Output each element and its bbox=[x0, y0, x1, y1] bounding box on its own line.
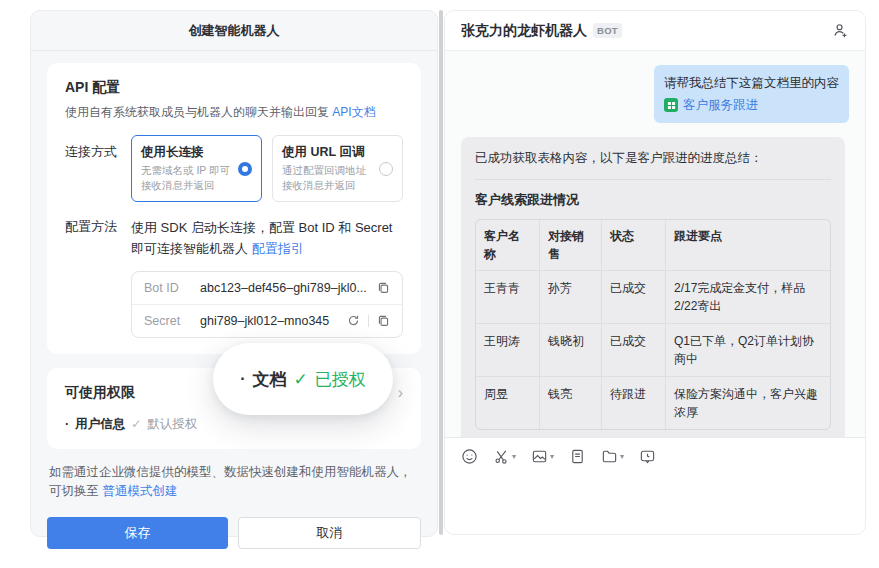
bot-id-label: Bot ID bbox=[144, 281, 200, 295]
image-icon[interactable]: ▾ bbox=[531, 448, 554, 465]
save-button[interactable]: 保存 bbox=[47, 517, 228, 549]
create-bot-title: 创建智能机器人 bbox=[189, 22, 280, 40]
emoji-icon[interactable] bbox=[461, 448, 478, 465]
user-message-bubble: 请帮我总结下这篇文档里的内容 客户服务跟进 bbox=[654, 65, 849, 123]
table-cell: 周昱 bbox=[476, 377, 540, 429]
divider bbox=[368, 315, 369, 327]
bot-id-row: Bot ID abc123–def456–ghi789–jkl0... bbox=[132, 272, 402, 304]
api-config-heading: API 配置 bbox=[65, 79, 403, 97]
connection-options: 使用长连接 无需域名或 IP 即可 接收消息并返回 使用 URL 回调 bbox=[131, 135, 403, 202]
table-title: 客户线索跟进情况 bbox=[475, 191, 831, 209]
permission-status: 默认授权 bbox=[147, 416, 197, 433]
table-row: 王明涛钱晓初已成交Q1已下单，Q2订单计划协商中 bbox=[476, 324, 830, 377]
api-config-card: API 配置 使用自有系统获取成员与机器人的聊天并输出回复 API文档 连接方式… bbox=[47, 63, 421, 354]
config-method-label: 配置方法 bbox=[65, 218, 131, 258]
panel-body: API 配置 使用自有系统获取成员与机器人的聊天并输出回复 API文档 连接方式… bbox=[31, 51, 437, 549]
table-cell: 王青青 bbox=[476, 271, 540, 324]
panel-splitter[interactable] bbox=[439, 10, 443, 535]
table-header-cell: 状态 bbox=[602, 220, 666, 271]
option-url-callback[interactable]: 使用 URL 回调 通过配置回调地址 接收消息并返回 bbox=[272, 135, 403, 202]
table-cell: 钱晓初 bbox=[540, 324, 602, 377]
divider bbox=[475, 179, 831, 180]
user-message-text: 请帮我总结下这篇文档里的内容 bbox=[664, 73, 839, 93]
caret-down-icon[interactable]: ▾ bbox=[620, 452, 624, 461]
create-bot-panel: 创建智能机器人 API 配置 使用自有系统获取成员与机器人的聊天并输出回复 AP… bbox=[30, 10, 438, 537]
table-cell: 王明涛 bbox=[476, 324, 540, 377]
followup-table: 客户名称对接销售状态跟进要点 王青青孙芳已成交2/17完成定金支付，样品2/22… bbox=[475, 219, 831, 430]
chat-input-area: ▾ ▾ bbox=[445, 437, 865, 534]
table-header-cell: 对接销售 bbox=[540, 220, 602, 271]
chat-messages-area: 请帮我总结下这篇文档里的内容 客户服务跟进 已成功获取表格内容，以下是客户跟进的… bbox=[445, 51, 865, 437]
radio-unselected-icon[interactable] bbox=[379, 162, 393, 176]
copy-icon[interactable] bbox=[377, 281, 390, 294]
table-cell: 已成交 bbox=[602, 324, 666, 377]
caret-down-icon[interactable]: ▾ bbox=[550, 452, 554, 461]
option-desc: 通过配置回调地址 接收消息并返回 bbox=[282, 163, 373, 193]
cancel-button[interactable]: 取消 bbox=[238, 517, 421, 549]
refresh-icon[interactable] bbox=[347, 314, 360, 327]
chevron-right-icon[interactable]: › bbox=[398, 385, 403, 401]
normal-mode-link[interactable]: 普通模式创建 bbox=[102, 484, 177, 498]
option-title: 使用 URL 回调 bbox=[282, 144, 373, 161]
bot-id-value: abc123–def456–ghi789–jkl0... bbox=[200, 281, 377, 295]
bot-intro-text: 已成功获取表格内容，以下是客户跟进的进度总结： bbox=[475, 149, 831, 168]
folder-icon[interactable]: ▾ bbox=[601, 448, 624, 465]
table-cell: 待跟进 bbox=[602, 377, 666, 429]
secret-value: ghi789–jkl012–mno345 bbox=[200, 314, 347, 328]
api-doc-link[interactable]: API文档 bbox=[332, 105, 375, 119]
config-method-desc: 使用 SDK 启动长连接，配置 Bot ID 和 Secret 即可连接智能机器… bbox=[131, 218, 403, 258]
file-document-icon[interactable] bbox=[569, 448, 586, 465]
permission-doc-highlight: · 文档 ✓ 已授权 bbox=[213, 343, 393, 415]
action-buttons: 保存 取消 bbox=[47, 517, 421, 549]
table-cell: 已成交 bbox=[602, 271, 666, 324]
table-header-cell: 跟进要点 bbox=[666, 220, 830, 271]
screenshot-scissors-icon[interactable]: ▾ bbox=[493, 448, 516, 465]
input-toolbar: ▾ ▾ bbox=[461, 448, 849, 465]
radio-selected-icon[interactable] bbox=[238, 162, 252, 176]
followup-table-body: 王青青孙芳已成交2/17完成定金支付，样品2/22寄出王明涛钱晓初已成交Q1已下… bbox=[476, 271, 830, 429]
panel-title-bar: 创建智能机器人 bbox=[31, 11, 437, 51]
permissions-heading: 可使用权限 bbox=[65, 384, 135, 402]
secret-label: Secret bbox=[144, 314, 200, 328]
attachment-link[interactable]: 客户服务跟进 bbox=[683, 95, 758, 115]
credentials-box: Bot ID abc123–def456–ghi789–jkl0... Secr… bbox=[131, 271, 403, 338]
switch-mode-note: 如需通过企业微信提供的模型、数据快速创建和使用智能机器人，可切换至 普通模式创建 bbox=[47, 461, 421, 502]
bot-name-title: 张克力的龙虾机器人 bbox=[461, 22, 587, 40]
bot-badge: BOT bbox=[593, 23, 622, 38]
option-long-connection[interactable]: 使用长连接 无需域名或 IP 即可 接收消息并返回 bbox=[131, 135, 262, 202]
copy-icon[interactable] bbox=[377, 314, 390, 327]
config-method-row: 配置方法 使用 SDK 启动长连接，配置 Bot ID 和 Secret 即可连… bbox=[65, 218, 403, 258]
spreadsheet-icon bbox=[664, 98, 678, 112]
connection-method-row: 连接方式 使用长连接 无需域名或 IP 即可 接收消息并返回 bbox=[65, 135, 403, 202]
chat-history-icon[interactable] bbox=[639, 448, 656, 465]
screen: 创建智能机器人 API 配置 使用自有系统获取成员与机器人的聊天并输出回复 AP… bbox=[0, 0, 879, 568]
table-header-cell: 客户名称 bbox=[476, 220, 540, 271]
secret-row: Secret ghi789–jkl012–mno345 bbox=[132, 304, 402, 337]
config-guide-link[interactable]: 配置指引 bbox=[252, 241, 304, 256]
table-cell: Q1已下单，Q2订单计划协商中 bbox=[666, 324, 830, 377]
permission-item-user-info: · 用户信息 ✓ 默认授权 bbox=[65, 416, 403, 433]
check-icon-green: ✓ bbox=[294, 369, 308, 390]
table-cell: 2/17完成定金支付，样品2/22寄出 bbox=[666, 271, 830, 324]
table-cell: 保险方案沟通中，客户兴趣浓厚 bbox=[666, 377, 830, 429]
chat-header: 张克力的龙虾机器人 BOT bbox=[445, 11, 865, 51]
table-row: 周昱钱亮待跟进保险方案沟通中，客户兴趣浓厚 bbox=[476, 377, 830, 429]
table-row: 王青青孙芳已成交2/17完成定金支付，样品2/22寄出 bbox=[476, 271, 830, 324]
connection-method-label: 连接方式 bbox=[65, 135, 131, 202]
caret-down-icon[interactable]: ▾ bbox=[512, 452, 516, 461]
check-icon: ✓ bbox=[131, 417, 141, 431]
table-cell: 钱亮 bbox=[540, 377, 602, 429]
api-config-desc: 使用自有系统获取成员与机器人的聊天并输出回复 API文档 bbox=[65, 103, 403, 121]
add-member-icon[interactable] bbox=[832, 22, 849, 39]
followup-table-header-row: 客户名称对接销售状态跟进要点 bbox=[476, 220, 830, 271]
permission-status-authorized: 已授权 bbox=[315, 368, 366, 391]
chat-preview-panel: 张克力的龙虾机器人 BOT 请帮我总结下这篇文档里的内容 客户服务跟进 bbox=[444, 10, 866, 535]
option-desc: 无需域名或 IP 即可 接收消息并返回 bbox=[141, 163, 232, 193]
option-title: 使用长连接 bbox=[141, 144, 232, 161]
permission-name-doc: 文档 bbox=[253, 368, 287, 391]
permission-name: 用户信息 bbox=[75, 416, 125, 433]
table-cell: 孙芳 bbox=[540, 271, 602, 324]
bot-message-bubble: 已成功获取表格内容，以下是客户跟进的进度总结： 客户线索跟进情况 客户名称对接销… bbox=[461, 137, 845, 437]
